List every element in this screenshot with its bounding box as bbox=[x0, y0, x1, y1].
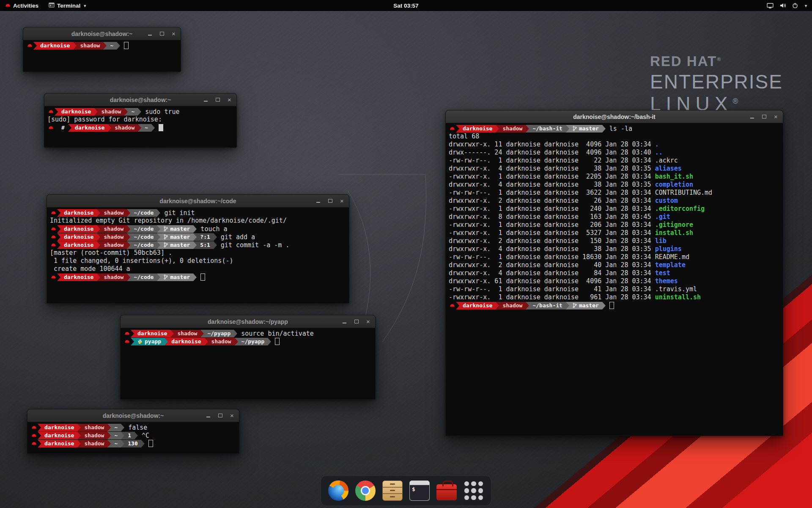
dock-item-app-grid[interactable] bbox=[462, 479, 485, 502]
screen-icon[interactable] bbox=[767, 3, 774, 8]
maximize-button[interactable] bbox=[214, 97, 221, 103]
powerline-arrow bbox=[55, 124, 58, 132]
dock-item-files[interactable] bbox=[381, 479, 404, 502]
powerline-arrow bbox=[107, 440, 111, 447]
window-titlebar[interactable]: darknoise@shadow:~× bbox=[27, 409, 239, 422]
prompt-segment-path: ~ bbox=[111, 424, 121, 431]
prompt-segment-path: ~/code bbox=[130, 241, 157, 249]
file-row: drwxrwxr-x. 8 darknoise darknoise 163 Ja… bbox=[449, 213, 780, 221]
powerline-arrow bbox=[97, 209, 100, 217]
powerline-arrow bbox=[117, 42, 120, 50]
file-meta: drwxrwxr-x. 4 darknoise darknoise 38 Jan… bbox=[449, 181, 655, 188]
terminal-body[interactable]: darknoiseshadow~sudo true[sudo] password… bbox=[44, 106, 236, 147]
terminal-icon bbox=[409, 480, 430, 501]
close-button[interactable]: × bbox=[229, 412, 235, 419]
powerline-arrow bbox=[57, 209, 60, 217]
file-name: .gitignore bbox=[655, 221, 693, 229]
minimize-button[interactable] bbox=[147, 30, 153, 37]
powerline-arrow bbox=[38, 432, 41, 439]
redhat-icon bbox=[50, 225, 57, 233]
prompt-segment-host: shadow bbox=[98, 108, 124, 116]
git-branch-icon bbox=[164, 242, 168, 248]
terminal-body[interactable]: darknoiseshadow~falsedarknoiseshadow~1^C… bbox=[27, 422, 239, 453]
redhat-icon bbox=[123, 338, 131, 345]
powerline-arrow bbox=[234, 330, 237, 337]
maximize-button[interactable] bbox=[217, 412, 223, 419]
terminal-body[interactable]: darknoiseshadow~/codegit initInitialized… bbox=[47, 207, 349, 303]
terminal-body[interactable]: darknoiseshadow~/pyappsource bin/activat… bbox=[121, 328, 375, 399]
powerline-arrow bbox=[268, 338, 271, 345]
window-titlebar[interactable]: darknoise@shadow:~/code× bbox=[47, 195, 349, 207]
powerline-arrow bbox=[566, 302, 569, 309]
minimize-button[interactable] bbox=[203, 97, 209, 103]
minimize-icon bbox=[148, 35, 152, 36]
minimize-icon bbox=[316, 202, 320, 203]
redhat-icon bbox=[30, 440, 38, 447]
terminal-body[interactable]: darknoiseshadow~ bbox=[23, 40, 181, 72]
powerline-arrow bbox=[57, 225, 60, 233]
clock[interactable]: Sat 03:57 bbox=[0, 3, 812, 9]
prompt-segment-path: ~/bash-it bbox=[529, 302, 565, 309]
maximize-icon bbox=[328, 199, 332, 203]
powerline-arrow bbox=[121, 424, 124, 431]
prompt-segment-git: master bbox=[160, 225, 193, 233]
redhat-icon bbox=[50, 273, 57, 281]
powerline-arrow bbox=[38, 440, 41, 447]
powerline-arrow bbox=[97, 273, 100, 281]
close-button[interactable]: × bbox=[339, 198, 345, 204]
close-button[interactable]: × bbox=[170, 30, 177, 37]
powerline-arrow bbox=[456, 302, 459, 309]
power-icon[interactable] bbox=[792, 3, 798, 8]
file-name: aliases bbox=[655, 165, 682, 172]
prompt-line: darknoiseshadow~/bash-itmasterls -la bbox=[449, 124, 780, 133]
file-name: README.md bbox=[655, 253, 689, 261]
file-meta: -rwxrwxr-x. 1 darknoise darknoise 206 Ja… bbox=[449, 221, 655, 229]
terminal-body[interactable]: darknoiseshadow~/bash-itmasterls -latota… bbox=[446, 123, 783, 436]
minimize-icon bbox=[750, 118, 754, 119]
terminal-cursor bbox=[159, 124, 163, 131]
maximize-button[interactable] bbox=[761, 113, 767, 120]
window-titlebar[interactable]: darknoise@shadow:~× bbox=[44, 94, 236, 106]
chevron-down-icon[interactable]: ▾ bbox=[805, 3, 807, 8]
close-button[interactable]: × bbox=[226, 97, 233, 103]
powerline-arrow bbox=[38, 424, 41, 431]
maximize-icon bbox=[762, 115, 766, 119]
prompt-segment-host: shadow bbox=[499, 302, 526, 309]
maximize-button[interactable] bbox=[159, 30, 165, 37]
minimize-button[interactable] bbox=[315, 198, 321, 204]
powerline-arrow bbox=[121, 440, 124, 447]
powerline-arrow bbox=[566, 125, 569, 133]
minimize-button[interactable] bbox=[205, 412, 211, 419]
app-menu[interactable]: Terminal ▾ bbox=[44, 0, 91, 11]
powerline-arrow bbox=[235, 338, 238, 345]
close-button[interactable]: × bbox=[365, 318, 371, 325]
volume-icon[interactable] bbox=[779, 3, 786, 8]
files-icon bbox=[382, 480, 403, 501]
file-row: -rw-rw-r--. 1 darknoise darknoise 18630 … bbox=[449, 253, 780, 261]
minimize-button[interactable] bbox=[749, 113, 755, 120]
window-titlebar[interactable]: darknoise@shadow:~/pyapp× bbox=[121, 315, 375, 328]
file-meta: drwxrwxr-x. 2 darknoise darknoise 40 Jan… bbox=[449, 261, 655, 269]
prompt-line: darknoiseshadow~ bbox=[26, 41, 178, 50]
terminal-output-line: Initialized empty Git repository in /hom… bbox=[50, 217, 346, 225]
window-titlebar[interactable]: darknoise@shadow:~/bash-it× bbox=[446, 110, 783, 123]
maximize-button[interactable] bbox=[327, 198, 333, 204]
file-meta: -rw-rw-r--. 1 darknoise darknoise 22 Jan… bbox=[449, 157, 655, 164]
dock-item-terminal[interactable] bbox=[408, 479, 431, 502]
window-titlebar[interactable]: darknoise@shadow:~× bbox=[23, 28, 181, 40]
prompt-line: #darknoiseshadow~ bbox=[47, 124, 233, 132]
powerline-arrow bbox=[526, 125, 529, 133]
prompt-segment-git: master bbox=[569, 302, 602, 309]
maximize-button[interactable] bbox=[353, 318, 359, 325]
prompt-segment-stat: S:1 bbox=[197, 241, 213, 249]
dock-item-chrome[interactable] bbox=[354, 479, 377, 502]
maximize-icon bbox=[354, 320, 359, 323]
file-name: CONTRIBUTING.md bbox=[655, 189, 712, 196]
minimize-button[interactable] bbox=[341, 318, 348, 325]
powerline-arrow bbox=[103, 42, 107, 50]
activities-button[interactable]: Activities bbox=[0, 0, 44, 11]
prompt-segment-path: ~/pyapp bbox=[204, 330, 234, 337]
dock-item-toolbox[interactable] bbox=[435, 479, 458, 502]
dock-item-firefox[interactable] bbox=[327, 479, 350, 502]
close-button[interactable]: × bbox=[773, 113, 779, 120]
